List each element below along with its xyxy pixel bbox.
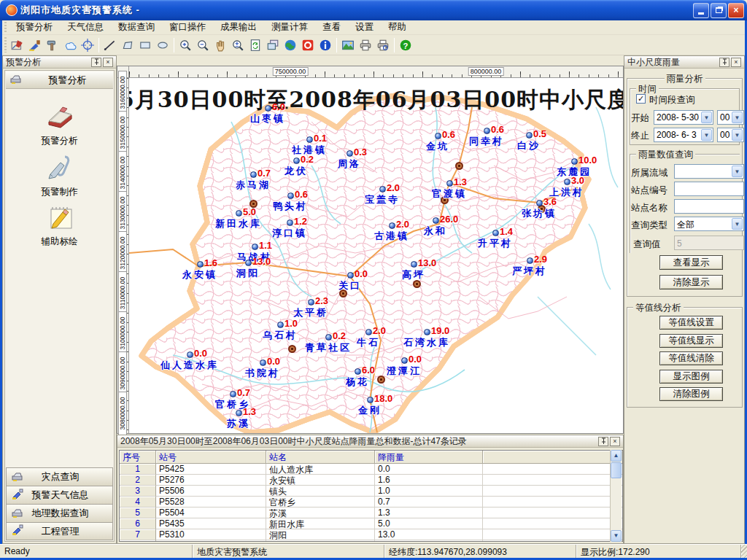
station-dot-icon[interactable] [245, 260, 252, 266]
menu-item[interactable]: 数据查询 [111, 20, 162, 35]
table-row[interactable]: 2 P5276 永安镇 1.6 [120, 475, 622, 486]
basin-dropdown[interactable]: ▼ [674, 164, 744, 179]
table-row[interactable]: 4 P5528 官桥乡 0.7 [120, 497, 622, 508]
restore-button[interactable] [711, 3, 727, 18]
close-icon[interactable]: × [731, 58, 741, 67]
chevron-down-icon[interactable]: ▼ [732, 112, 743, 123]
station-dot-icon[interactable] [306, 136, 313, 143]
menu-item[interactable]: 测量计算 [264, 20, 315, 35]
station-dot-icon[interactable] [446, 180, 453, 187]
contour-button[interactable]: 显示图例 [659, 370, 723, 384]
sidebar-item-warning-make[interactable]: 预警制作 [5, 152, 114, 198]
stop-icon[interactable] [299, 36, 317, 54]
station-dot-icon[interactable] [308, 299, 314, 306]
resize-grip[interactable] [741, 545, 747, 558]
layers-icon[interactable] [264, 36, 282, 54]
sidebar-item-warning-analysis[interactable]: 预警分析 [5, 103, 114, 147]
sidebar-item-disaster-query[interactable]: 灾点查询 [6, 467, 113, 486]
station-dot-icon[interactable] [526, 132, 533, 139]
table-row[interactable]: 6 P5435 新田水库 5.0 [120, 518, 622, 529]
help-icon[interactable]: ? [397, 36, 414, 54]
menu-item[interactable]: 查看 [315, 20, 348, 35]
station-dot-icon[interactable] [367, 397, 374, 403]
station-dot-icon[interactable] [236, 410, 242, 416]
station-dot-icon[interactable] [347, 272, 354, 279]
station-dot-icon[interactable] [484, 128, 490, 134]
menu-item[interactable]: 设置 [348, 20, 381, 35]
station-dot-icon[interactable] [424, 329, 430, 335]
info-icon[interactable] [317, 36, 334, 54]
station-dot-icon[interactable] [250, 171, 257, 178]
map-canvas[interactable]: 5月30日00时至2008年06月03日00时中小尺度站点降雨量 6.0 山枣镇… [129, 78, 623, 433]
ellipse-tool-icon[interactable] [154, 36, 171, 54]
station-dot-icon[interactable] [492, 230, 499, 236]
polygon-tool-icon[interactable] [119, 36, 136, 54]
contour-button[interactable]: 等值线显示 [659, 334, 723, 348]
table-row[interactable]: 1 P5425 仙人造水库 0.0 [120, 464, 622, 475]
time-range-checkbox[interactable]: ✓ [636, 94, 646, 104]
column-header[interactable]: 站名 [266, 451, 375, 464]
station-dot-icon[interactable] [411, 261, 417, 268]
refresh-icon[interactable] [247, 36, 264, 54]
station-dot-icon[interactable] [536, 200, 543, 206]
column-header[interactable]: 序号 [120, 451, 156, 464]
station-dot-icon[interactable] [379, 186, 386, 192]
chevron-down-icon[interactable]: ▼ [732, 218, 743, 230]
start-date-dropdown[interactable]: 2008- 5-30▼ [654, 110, 713, 125]
chevron-down-icon[interactable]: ▼ [732, 166, 743, 177]
column-header[interactable]: 站号 [156, 451, 266, 464]
query-type-dropdown[interactable]: 全部▼ [674, 217, 744, 231]
table-row[interactable]: 7 P5310 洞阳 13.0 [120, 529, 622, 540]
menu-item[interactable]: 预警分析 [9, 20, 60, 35]
station-dot-icon[interactable] [401, 357, 408, 364]
line-tool-icon[interactable] [101, 36, 119, 54]
zoom-out-icon[interactable] [194, 36, 212, 54]
contour-button[interactable]: 等值线设置 [659, 316, 723, 330]
chevron-down-icon[interactable]: ▼ [701, 112, 712, 123]
station-dot-icon[interactable] [433, 217, 439, 224]
minimize-button[interactable] [693, 3, 709, 18]
menu-item[interactable]: 天气信息 [60, 20, 111, 35]
station-dot-icon[interactable] [260, 359, 266, 366]
hammer-icon[interactable] [44, 36, 61, 54]
rectangle-tool-icon[interactable] [136, 36, 154, 54]
close-icon[interactable]: × [610, 437, 620, 446]
menu-item[interactable]: 成果输出 [213, 20, 264, 35]
contour-button[interactable]: 清除图例 [659, 387, 723, 401]
sidebar-item-aux-plot[interactable]: 辅助标绘 [5, 203, 114, 248]
target-icon[interactable] [79, 36, 96, 54]
scroll-down-icon[interactable]: ▼ [611, 530, 622, 542]
pin-icon[interactable] [91, 58, 101, 67]
end-hour-dropdown[interactable]: 00▼ [717, 128, 744, 142]
map-export-icon[interactable] [339, 36, 357, 54]
station-dot-icon[interactable] [287, 219, 293, 226]
cloud-icon[interactable] [61, 36, 79, 54]
sidebar-item-geo-data-query[interactable]: 地理数据查询 [6, 504, 113, 522]
station-name-input[interactable] [674, 199, 744, 214]
query-display-button[interactable]: 查看显示 [659, 255, 723, 270]
station-dot-icon[interactable] [287, 192, 294, 199]
scrollbar-thumb[interactable] [611, 462, 622, 478]
start-hour-dropdown[interactable]: 00▼ [717, 110, 744, 125]
globe-icon[interactable] [282, 36, 299, 54]
zoom-extent-icon[interactable] [229, 36, 247, 54]
contour-button[interactable]: 等值线清除 [659, 351, 723, 365]
station-dot-icon[interactable] [277, 322, 284, 328]
station-dot-icon[interactable] [527, 257, 533, 264]
station-dot-icon[interactable] [252, 244, 258, 250]
station-dot-icon[interactable] [187, 351, 193, 358]
station-dot-icon[interactable] [230, 391, 236, 397]
station-id-input[interactable] [674, 182, 744, 196]
print-preview-icon[interactable] [374, 36, 392, 54]
menu-item[interactable]: 帮助 [381, 20, 414, 35]
warning-analysis-icon[interactable] [9, 36, 26, 54]
sidebar-item-warning-weather-info[interactable]: 预警天气信息 [6, 486, 113, 504]
print-icon[interactable] [357, 36, 374, 54]
chevron-down-icon[interactable]: ▼ [732, 129, 743, 141]
station-dot-icon[interactable] [571, 158, 578, 165]
close-icon[interactable]: × [103, 58, 113, 67]
station-dot-icon[interactable] [236, 210, 242, 217]
station-dot-icon[interactable] [365, 329, 372, 335]
titlebar[interactable]: 浏阳市地质灾害预警系统 - × [0, 0, 747, 20]
sidebar-item-project-management[interactable]: 工程管理 [6, 522, 113, 540]
